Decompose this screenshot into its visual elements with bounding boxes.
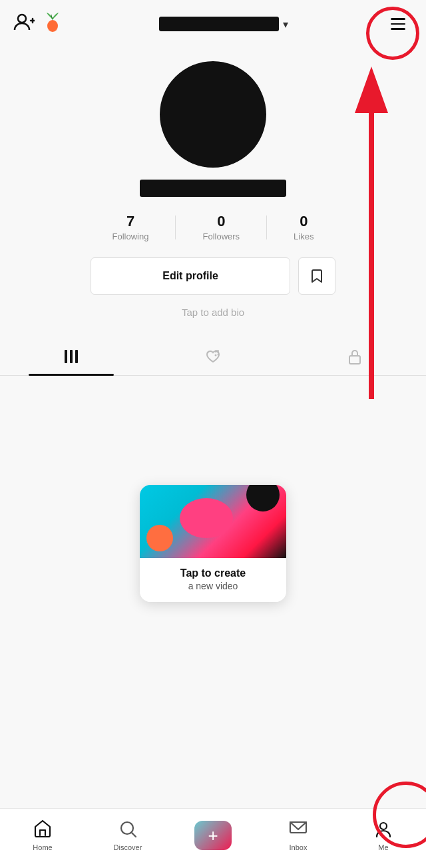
grid-icon: [63, 348, 80, 365]
nav-item-profile[interactable]: Me: [363, 819, 403, 851]
likes-stat[interactable]: 0 Likes: [267, 213, 340, 241]
home-icon: [33, 819, 52, 841]
lock-icon: [346, 348, 363, 365]
likes-count: 0: [300, 213, 308, 230]
blob-2: [246, 485, 280, 511]
create-card-image: [140, 485, 286, 558]
username-dropdown[interactable]: ▾: [159, 17, 288, 31]
nav-left-group: [13, 11, 64, 37]
create-card-title: Tap to create: [150, 567, 276, 579]
svg-rect-6: [75, 350, 78, 363]
profile-label: Me: [378, 843, 388, 851]
svg-point-8: [214, 355, 216, 357]
menu-line-1: [391, 18, 405, 20]
bookmark-button[interactable]: [298, 257, 335, 295]
username-text: [159, 17, 279, 31]
plus-icon: +: [208, 827, 218, 844]
following-count: 7: [126, 213, 134, 230]
menu-line-2: [391, 23, 405, 25]
inbox-icon: [289, 819, 308, 841]
dropdown-arrow-icon: ▾: [283, 18, 288, 31]
discover-icon: [118, 819, 137, 841]
following-stat[interactable]: 7 Following: [86, 213, 176, 241]
carrot-icon: [41, 11, 64, 37]
blob-3: [146, 525, 173, 551]
content-area: Tap to create a new video: [0, 376, 426, 602]
svg-rect-5: [70, 350, 73, 363]
bottom-navigation: Home Discover + Inbox: [0, 808, 426, 868]
followers-count: 0: [217, 213, 225, 230]
blob-1: [180, 498, 233, 538]
svg-rect-4: [65, 350, 67, 363]
profile-icon: [374, 819, 393, 841]
tab-liked[interactable]: [142, 338, 284, 375]
create-card-text-area: Tap to create a new video: [140, 558, 286, 602]
nav-item-create[interactable]: +: [193, 821, 233, 850]
inbox-label: Inbox: [290, 843, 308, 851]
home-label: Home: [33, 843, 52, 851]
action-buttons-row: Edit profile: [0, 257, 426, 295]
menu-button[interactable]: [383, 9, 413, 39]
svg-point-7: [217, 354, 219, 356]
top-navigation: ▾: [0, 0, 426, 48]
following-label: Following: [112, 231, 149, 241]
bio-placeholder[interactable]: Tap to add bio: [182, 307, 244, 318]
create-card-subtitle: a new video: [150, 581, 276, 591]
add-user-icon[interactable]: [13, 11, 35, 37]
create-button[interactable]: +: [194, 821, 232, 850]
display-name: [140, 180, 286, 197]
stats-row: 7 Following 0 Followers 0 Likes: [0, 213, 426, 241]
nav-item-discover[interactable]: Discover: [108, 819, 148, 851]
svg-point-0: [18, 15, 26, 23]
content-tabs: [0, 338, 426, 376]
edit-profile-button[interactable]: Edit profile: [91, 257, 290, 295]
nav-item-home[interactable]: Home: [23, 819, 63, 851]
svg-rect-9: [349, 356, 360, 364]
followers-stat[interactable]: 0 Followers: [176, 213, 266, 241]
svg-point-14: [380, 823, 387, 829]
discover-label: Discover: [114, 843, 142, 851]
likes-label: Likes: [294, 231, 314, 241]
profile-section: 7 Following 0 Followers 0 Likes Edit pro…: [0, 48, 426, 338]
menu-line-3: [391, 28, 405, 30]
tab-private[interactable]: [284, 338, 426, 375]
bookmark-icon: [309, 268, 325, 284]
tab-videos[interactable]: [0, 338, 142, 375]
nav-item-inbox[interactable]: Inbox: [278, 819, 318, 851]
followers-label: Followers: [202, 231, 240, 241]
svg-line-13: [132, 833, 136, 837]
svg-point-3: [47, 20, 58, 32]
liked-icon: [204, 347, 222, 366]
avatar: [160, 61, 266, 168]
create-card[interactable]: Tap to create a new video: [140, 485, 286, 602]
